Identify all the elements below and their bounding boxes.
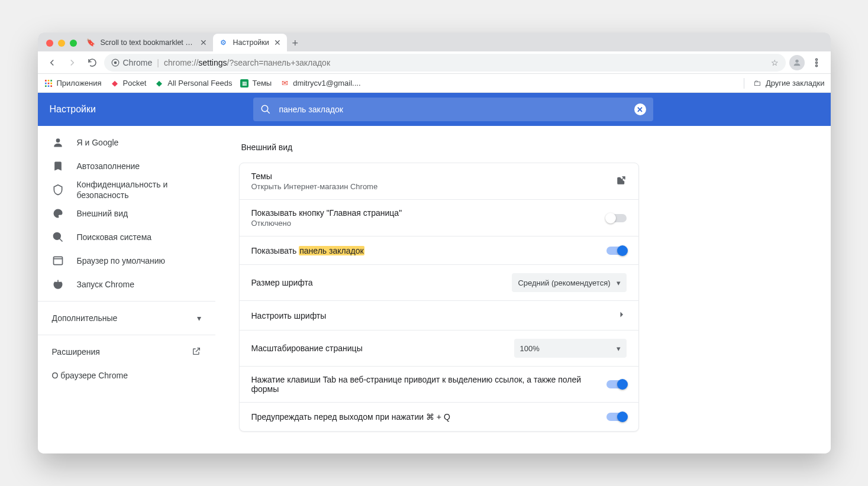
- apps-icon: [44, 79, 53, 88]
- svg-rect-13: [47, 85, 49, 87]
- row-title: Показывать кнопку "Главная страница": [251, 208, 597, 218]
- svg-rect-9: [45, 82, 47, 84]
- bookmarks-bar-toggle[interactable]: [606, 247, 627, 255]
- bookmark-themes[interactable]: ▦Темы: [240, 79, 272, 88]
- close-window-button[interactable]: [46, 40, 53, 47]
- reload-button[interactable]: [84, 54, 101, 71]
- window-controls: [46, 40, 77, 47]
- bookmark-gmail[interactable]: ✉dmitrycv1@gmail....: [280, 79, 360, 88]
- clear-search-button[interactable]: ✕: [634, 103, 646, 115]
- svg-point-4: [815, 61, 817, 63]
- close-tab-icon[interactable]: ✕: [274, 38, 281, 47]
- sidebar-label: Поисковая система: [77, 232, 152, 242]
- sidebar-about[interactable]: О браузере Chrome: [38, 364, 215, 387]
- feeds-icon: ◆: [154, 79, 164, 88]
- sidebar-label: Автозаполнение: [77, 161, 140, 171]
- sidebar-label: Расширения: [52, 347, 100, 357]
- bookmark-label: dmitrycv1@gmail....: [293, 79, 360, 88]
- sidebar-label: О браузере Chrome: [52, 371, 128, 380]
- bookmark-star-icon[interactable]: ☆: [771, 58, 779, 67]
- page-zoom-select[interactable]: 100%▾: [514, 339, 627, 358]
- sidebar-item-appearance[interactable]: Внешний вид: [38, 202, 215, 225]
- address-bar[interactable]: Chrome | chrome://settings/?search=панел…: [104, 54, 786, 72]
- row-themes[interactable]: Темы Открыть Интернет-магазин Chrome: [240, 163, 638, 200]
- bookmark-feeds[interactable]: ◆All Personal Feeds: [154, 79, 232, 88]
- home-button-toggle[interactable]: [606, 214, 627, 222]
- chip-label: Chrome: [123, 58, 153, 67]
- row-home-button: Показывать кнопку "Главная страница" Отк…: [240, 200, 638, 236]
- sidebar-label: Я и Google: [77, 138, 119, 147]
- tab-2-active[interactable]: ⚙ Настройки ✕: [213, 34, 287, 51]
- menu-button[interactable]: [808, 54, 825, 71]
- sidebar-item-startup[interactable]: Запуск Chrome: [38, 273, 215, 296]
- row-custom-fonts[interactable]: Настроить шрифты: [240, 301, 638, 331]
- settings-content: Внешний вид Темы Открыть Интернет-магази…: [215, 126, 831, 453]
- separator: |: [157, 58, 159, 67]
- svg-point-16: [56, 138, 60, 142]
- forward-button[interactable]: [64, 54, 80, 71]
- new-tab-button[interactable]: +: [287, 35, 304, 51]
- sidebar-advanced[interactable]: Дополнительные▾: [38, 306, 215, 330]
- row-title: Предупреждать перед выходом при нажатии …: [251, 412, 597, 422]
- profile-avatar[interactable]: [789, 55, 805, 70]
- row-warn-quit: Предупреждать перед выходом при нажатии …: [240, 403, 638, 431]
- settings-favicon-icon: ⚙: [219, 38, 228, 47]
- tab-title: Настройки: [233, 38, 269, 47]
- toolbar: Chrome | chrome://settings/?search=панел…: [38, 51, 831, 74]
- tab-highlight-toggle[interactable]: [606, 380, 627, 388]
- sidebar-item-autofill[interactable]: Автозаполнение: [38, 154, 215, 178]
- row-tab-highlight: Нажатие клавиши Tab на веб-странице прив…: [240, 367, 638, 403]
- close-tab-icon[interactable]: ✕: [200, 38, 207, 47]
- shield-icon: [52, 184, 64, 196]
- maximize-window-button[interactable]: [70, 40, 77, 47]
- svg-point-1: [114, 61, 117, 64]
- font-size-select[interactable]: Средний (рекомендуется)▾: [512, 273, 626, 292]
- svg-rect-14: [50, 85, 52, 87]
- warn-quit-toggle[interactable]: [606, 413, 627, 421]
- row-subtitle: Отключено: [251, 219, 597, 228]
- bookmark-pocket[interactable]: ◆Pocket: [110, 79, 147, 88]
- chevron-right-icon: [616, 309, 627, 322]
- sidebar-label: Внешний вид: [77, 209, 128, 218]
- sidebar-item-search[interactable]: Поисковая система: [38, 225, 215, 249]
- svg-rect-10: [47, 82, 49, 84]
- sidebar-item-privacy[interactable]: Конфиденциальность и безопасность: [38, 178, 215, 202]
- row-page-zoom: Масштабирование страницы 100%▾: [240, 331, 638, 367]
- pocket-icon: ◆: [110, 79, 120, 88]
- settings-search[interactable]: ✕: [253, 98, 653, 121]
- search-input[interactable]: [279, 105, 626, 114]
- apps-shortcut[interactable]: Приложения: [44, 79, 102, 88]
- person-icon: [52, 137, 64, 148]
- settings-title: Настройки: [50, 104, 239, 115]
- bookmark-label: Приложения: [57, 79, 102, 88]
- row-bookmarks-bar: Показывать панель закладок: [240, 236, 638, 265]
- select-value: 100%: [520, 344, 540, 353]
- browser-icon: [52, 255, 64, 267]
- sidebar-item-you-and-google[interactable]: Я и Google: [38, 131, 215, 154]
- appearance-card: Темы Открыть Интернет-магазин Chrome Пок…: [239, 163, 639, 432]
- search-icon: [260, 104, 271, 115]
- browser-window: 🔖 Scroll to text bookmarklet - Mo ✕ ⚙ На…: [38, 33, 831, 453]
- svg-point-5: [815, 64, 817, 66]
- autofill-icon: [52, 160, 64, 172]
- bookmark-label: Темы: [252, 79, 272, 88]
- sidebar-extensions[interactable]: Расширения: [38, 340, 215, 364]
- minimize-window-button[interactable]: [58, 40, 65, 47]
- sidebar-divider: [38, 301, 215, 302]
- row-title: Показывать панель закладок: [251, 246, 597, 255]
- sidebar-item-default-browser[interactable]: Браузер по умолчанию: [38, 249, 215, 273]
- search-icon: [52, 231, 64, 243]
- row-font-size: Размер шрифта Средний (рекомендуется)▾: [240, 265, 638, 301]
- tab-strip: 🔖 Scroll to text bookmarklet - Mo ✕ ⚙ На…: [80, 33, 304, 51]
- bookmarks-bar: Приложения ◆Pocket ◆All Personal Feeds ▦…: [38, 74, 831, 93]
- favicon-icon: 🔖: [86, 38, 96, 47]
- back-button[interactable]: [44, 54, 60, 71]
- other-bookmarks[interactable]: 🗀Другие закладки: [753, 79, 825, 88]
- sidebar-label: Конфиденциальность и безопасность: [77, 179, 201, 200]
- tab-1[interactable]: 🔖 Scroll to text bookmarklet - Mo ✕: [80, 34, 213, 51]
- row-title: Масштабирование страницы: [251, 344, 505, 353]
- svg-rect-12: [45, 85, 47, 87]
- svg-rect-8: [50, 80, 52, 82]
- settings-sidebar: Я и Google Автозаполнение Конфиденциальн…: [38, 126, 215, 453]
- divider: [744, 78, 744, 89]
